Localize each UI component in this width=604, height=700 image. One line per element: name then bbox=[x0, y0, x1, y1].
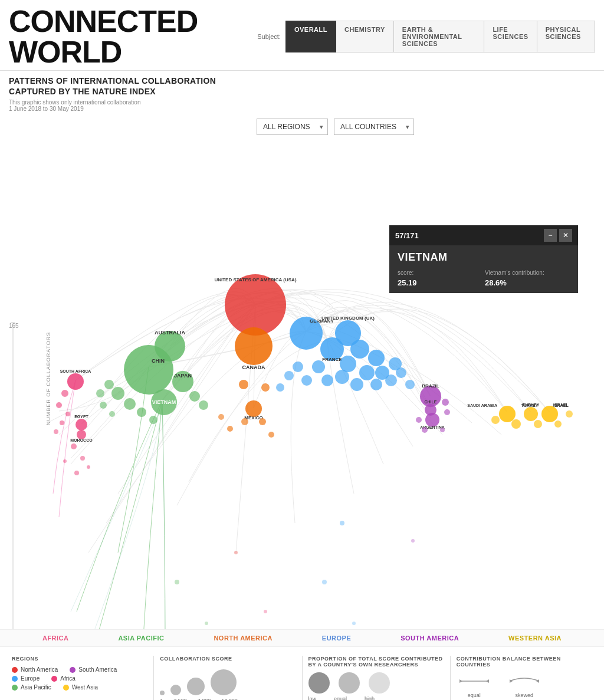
bubble-small6[interactable] bbox=[322, 580, 327, 584]
bubble-sa1[interactable] bbox=[442, 399, 449, 406]
bubble-na5[interactable] bbox=[268, 432, 274, 438]
svg-text:SAUDI ARABIA: SAUDI ARABIA bbox=[467, 403, 497, 407]
bubble-ap10[interactable] bbox=[109, 411, 115, 417]
score-labels: 1 3,500 7,000 14,000 bbox=[160, 698, 296, 700]
bubble-europe8[interactable] bbox=[350, 378, 363, 391]
bubble-small4[interactable] bbox=[411, 539, 415, 543]
bubble-wa4[interactable] bbox=[491, 416, 500, 424]
bubble-europe16[interactable] bbox=[293, 361, 303, 372]
bubble-sa2[interactable] bbox=[444, 409, 450, 415]
contribution-label: Vietnam's contribution: bbox=[485, 270, 570, 276]
bubble-africa4[interactable] bbox=[60, 420, 64, 425]
bubble-europe10[interactable] bbox=[385, 374, 397, 386]
bubble-usa[interactable] bbox=[225, 274, 286, 336]
bubble-sa3[interactable] bbox=[422, 427, 428, 433]
bubble-africa7[interactable] bbox=[80, 456, 85, 461]
bubble-europe13[interactable] bbox=[312, 360, 325, 373]
bubble-egypt[interactable] bbox=[76, 419, 87, 430]
svg-text:AUSTRALIA: AUSTRALIA bbox=[155, 330, 185, 336]
bubble-turkey[interactable] bbox=[524, 407, 538, 421]
bubble-saudi[interactable] bbox=[499, 406, 516, 422]
legend-west-asia: West Asia bbox=[63, 684, 98, 691]
bubble-wa2[interactable] bbox=[534, 420, 542, 428]
bubble-europe2[interactable] bbox=[368, 350, 385, 366]
bubble-ap6[interactable] bbox=[111, 387, 124, 400]
bubble-wa5[interactable] bbox=[566, 410, 573, 418]
bubble-wa3[interactable] bbox=[554, 420, 562, 428]
bubble-europe12[interactable] bbox=[405, 380, 415, 389]
bubble-na7[interactable] bbox=[218, 414, 224, 420]
bubble-small5[interactable] bbox=[264, 610, 267, 613]
popup-controls: − ✕ bbox=[544, 229, 572, 242]
bubble-small2[interactable] bbox=[234, 551, 238, 554]
region-dropdown-wrap: ALL REGIONS bbox=[257, 119, 328, 135]
bubble-europe15[interactable] bbox=[301, 375, 312, 386]
bubble-africa8[interactable] bbox=[87, 465, 90, 469]
bubble-small9[interactable] bbox=[352, 622, 356, 625]
legend-proportion: PROPORTION OF TOTAL SCORE CONTRIBUTED BY… bbox=[308, 656, 444, 700]
bubble-sa5[interactable] bbox=[440, 428, 445, 432]
legend-south-america: South America bbox=[70, 666, 117, 673]
bubble-africa2[interactable] bbox=[56, 402, 62, 408]
bubble-small7[interactable] bbox=[205, 622, 208, 625]
popup-close-button[interactable]: ✕ bbox=[559, 229, 572, 242]
bubble-europe1[interactable] bbox=[350, 340, 369, 359]
bubble-europe11[interactable] bbox=[396, 367, 406, 378]
legend-balance-title: CONTRIBUTION BALANCE BETWEEN COUNTRIES bbox=[457, 656, 592, 668]
bubble-mexico[interactable] bbox=[245, 400, 262, 417]
bubble-ap4[interactable] bbox=[189, 391, 200, 402]
bubble-china[interactable] bbox=[124, 345, 173, 395]
bubble-na6[interactable] bbox=[227, 426, 233, 432]
balance-skewed-label: skewed bbox=[515, 692, 533, 698]
bubble-europe17[interactable] bbox=[284, 371, 294, 380]
bubble-ap8[interactable] bbox=[96, 389, 104, 397]
legend-regions-row2: Europe Africa bbox=[12, 675, 147, 682]
bubble-africa10[interactable] bbox=[63, 459, 67, 463]
subject-label: Subject: bbox=[257, 33, 281, 40]
bubble-ap9[interactable] bbox=[100, 402, 107, 409]
bubble-ap1[interactable] bbox=[124, 398, 136, 410]
bubble-ap7[interactable] bbox=[104, 380, 114, 389]
bubble-ap2[interactable] bbox=[137, 407, 146, 417]
bubble-southafrica[interactable] bbox=[67, 373, 84, 390]
svg-text:CHIN: CHIN bbox=[152, 358, 165, 364]
bubble-europe7[interactable] bbox=[335, 370, 349, 384]
bubble-ap5[interactable] bbox=[199, 400, 208, 410]
bubble-europe9[interactable] bbox=[370, 379, 382, 390]
bubble-israel[interactable] bbox=[541, 406, 558, 422]
bubble-ap3[interactable] bbox=[149, 416, 157, 424]
tab-overall[interactable]: OVERALL bbox=[285, 21, 336, 52]
bubble-africa5[interactable] bbox=[54, 429, 58, 434]
tab-earth[interactable]: EARTH & ENVIRONMENTAL SCIENCES bbox=[394, 21, 485, 52]
bubble-small1[interactable] bbox=[340, 521, 344, 525]
bubble-na4[interactable] bbox=[241, 418, 248, 425]
tab-chemistry[interactable]: CHEMISTRY bbox=[336, 21, 394, 52]
balance-skewed-icon bbox=[507, 672, 542, 690]
legend-regions-row3: Asia Pacific West Asia bbox=[12, 684, 147, 691]
svg-text:TURKEY: TURKEY bbox=[521, 403, 539, 407]
bubble-wa1[interactable] bbox=[511, 419, 521, 429]
bubble-na1[interactable] bbox=[239, 380, 248, 389]
bubble-africa6[interactable] bbox=[71, 443, 77, 449]
legend-west-asia-label: West Asia bbox=[72, 684, 98, 691]
bubble-sa4[interactable] bbox=[416, 417, 422, 423]
bubble-canada[interactable] bbox=[235, 327, 273, 365]
country-dropdown[interactable]: ALL COUNTRIES bbox=[334, 119, 414, 135]
bubble-europe18[interactable] bbox=[276, 383, 284, 392]
svg-text:EGYPT: EGYPT bbox=[74, 415, 88, 419]
bubble-small3[interactable] bbox=[175, 580, 179, 584]
bubble-europe14[interactable] bbox=[321, 374, 333, 386]
bubble-na2[interactable] bbox=[261, 383, 270, 392]
svg-text:BRAZIL: BRAZIL bbox=[422, 383, 439, 389]
bubble-africa1[interactable] bbox=[61, 390, 68, 397]
region-dropdown[interactable]: ALL REGIONS bbox=[257, 119, 328, 135]
bubble-europe5[interactable] bbox=[340, 356, 356, 372]
bubble-africa9[interactable] bbox=[74, 471, 79, 475]
bubble-na3[interactable] bbox=[259, 418, 266, 425]
bubble-europe3[interactable] bbox=[359, 365, 375, 380]
popup-minimize-button[interactable]: − bbox=[544, 229, 557, 242]
tab-life[interactable]: LIFE SCIENCES bbox=[484, 21, 537, 52]
tab-physical[interactable]: PHYSICAL SCIENCES bbox=[537, 21, 595, 52]
score-label-3500: 3,500 bbox=[173, 698, 187, 700]
bubble-africa3[interactable] bbox=[65, 412, 70, 416]
